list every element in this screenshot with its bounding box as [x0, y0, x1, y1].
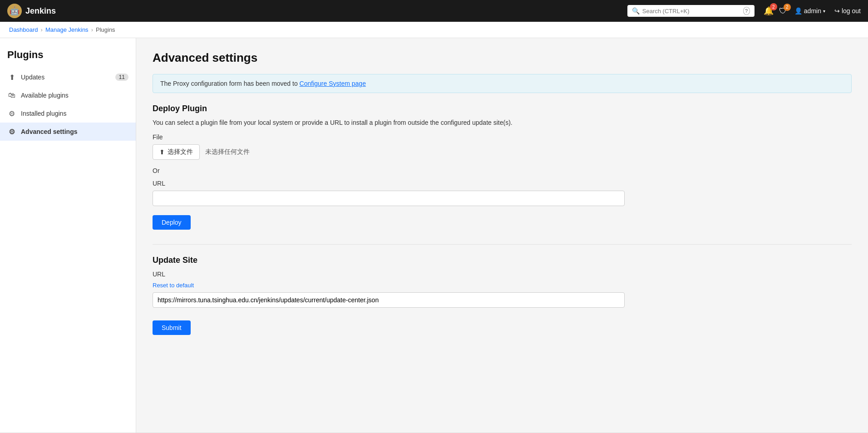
notifications-badge: 2	[770, 3, 777, 10]
sidebar-item-available-label: Available plugins	[21, 92, 128, 99]
updates-icon: ⬆	[7, 73, 16, 82]
breadcrumb-sep-1: ›	[41, 26, 43, 33]
search-bar[interactable]: 🔍 ?	[627, 5, 755, 17]
file-upload-row: ⬆ 选择文件 未选择任何文件	[153, 144, 852, 160]
installed-icon: ⚙	[7, 109, 16, 118]
file-label: File	[153, 133, 852, 141]
sidebar-item-installed-label: Installed plugins	[21, 110, 128, 117]
deploy-button[interactable]: Deploy	[153, 215, 191, 230]
url-label-update: URL	[153, 271, 852, 278]
update-site-section: Update Site URL Reset to default Submit	[153, 256, 852, 335]
breadcrumb-sep-2: ›	[91, 26, 93, 33]
info-banner-text: The Proxy configuration form has been mo…	[160, 80, 300, 87]
sidebar: Plugins ⬆ Updates 11 🛍 Available plugins…	[0, 38, 136, 433]
search-icon: 🔍	[632, 7, 640, 15]
sidebar-item-advanced-label: Advanced settings	[21, 128, 128, 135]
info-banner: The Proxy configuration form has been mo…	[153, 74, 852, 93]
header: 🤖 Jenkins 🔍 ? 🔔 2 🛡 2 👤 admin ▾ ↪ log ou…	[0, 0, 868, 22]
breadcrumb-plugins: Plugins	[96, 26, 115, 33]
configure-system-link[interactable]: Configure System page	[300, 80, 366, 87]
upload-icon: ⬆	[159, 148, 165, 156]
notifications-icon[interactable]: 🔔 2	[764, 6, 774, 16]
advanced-icon: ⚙	[7, 127, 16, 136]
jenkins-title: Jenkins	[25, 6, 56, 16]
deploy-section-title: Deploy Plugin	[153, 104, 852, 113]
sidebar-item-installed[interactable]: ⚙ Installed plugins	[0, 104, 136, 123]
main-content: Advanced settings The Proxy configuratio…	[136, 38, 868, 433]
section-divider	[153, 244, 852, 245]
breadcrumb: Dashboard › Manage Jenkins › Plugins	[0, 22, 868, 38]
user-menu[interactable]: 👤 admin ▾	[794, 7, 825, 15]
sidebar-item-available[interactable]: 🛍 Available plugins	[0, 86, 136, 104]
deploy-url-input[interactable]	[153, 191, 625, 206]
url-label-deploy: URL	[153, 180, 852, 187]
user-avatar-icon: 👤	[794, 7, 802, 15]
available-icon: 🛍	[7, 91, 16, 100]
user-dropdown-icon: ▾	[823, 9, 825, 14]
or-text: Or	[153, 167, 852, 174]
security-icon[interactable]: 🛡 2	[779, 6, 787, 16]
jenkins-logo[interactable]: 🤖 Jenkins	[7, 4, 56, 18]
sidebar-title: Plugins	[0, 45, 136, 68]
logout-icon: ↪	[834, 7, 840, 15]
deploy-plugin-section: Deploy Plugin You can select a plugin fi…	[153, 104, 852, 230]
help-icon[interactable]: ?	[743, 7, 750, 15]
update-site-title: Update Site	[153, 256, 852, 265]
header-icons: 🔔 2 🛡 2 👤 admin ▾ ↪ log out	[764, 6, 861, 16]
update-site-url-input[interactable]	[153, 292, 625, 308]
reset-to-default-link[interactable]: Reset to default	[153, 282, 194, 289]
sidebar-item-updates-label: Updates	[21, 74, 111, 81]
jenkins-avatar: 🤖	[7, 4, 22, 18]
file-btn-label: 选择文件	[168, 148, 193, 156]
page-title: Advanced settings	[153, 51, 852, 65]
sidebar-item-advanced[interactable]: ⚙ Advanced settings	[0, 123, 136, 141]
file-none-text: 未选择任何文件	[205, 148, 250, 156]
security-badge: 2	[784, 4, 791, 11]
breadcrumb-dashboard[interactable]: Dashboard	[9, 26, 38, 33]
sidebar-item-updates[interactable]: ⬆ Updates 11	[0, 68, 136, 86]
logout-button[interactable]: ↪ log out	[834, 7, 861, 15]
submit-button[interactable]: Submit	[153, 320, 191, 335]
layout: Plugins ⬆ Updates 11 🛍 Available plugins…	[0, 38, 868, 433]
updates-count: 11	[115, 74, 128, 81]
logout-label: log out	[842, 7, 861, 15]
deploy-section-desc: You can select a plugin file from your l…	[153, 119, 852, 126]
user-name-label: admin	[804, 7, 821, 15]
breadcrumb-manage-jenkins[interactable]: Manage Jenkins	[45, 26, 89, 33]
search-input[interactable]	[642, 8, 740, 15]
file-upload-button[interactable]: ⬆ 选择文件	[153, 144, 200, 160]
